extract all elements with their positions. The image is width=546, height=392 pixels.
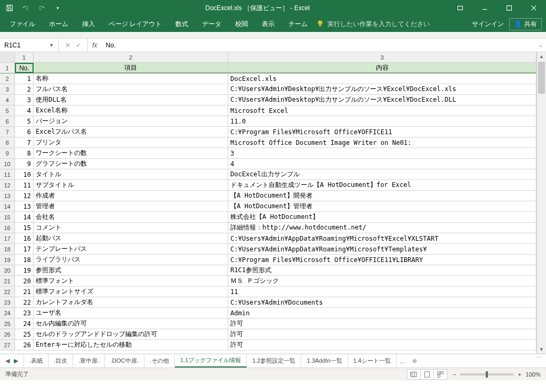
cell[interactable]: 11 — [15, 180, 34, 190]
cell[interactable]: 16 — [15, 233, 34, 243]
cell[interactable]: 12 — [15, 191, 34, 201]
cell[interactable]: 4 — [15, 105, 34, 116]
scroll-up-icon[interactable]: ▲ — [537, 52, 546, 61]
sheet-tab[interactable]: 1.4シート一覧 — [348, 354, 397, 368]
cell[interactable]: Microsoft Excel — [228, 105, 536, 116]
scroll-thumb[interactable] — [538, 62, 545, 94]
row-header[interactable]: 11 — [0, 169, 15, 179]
cell[interactable]: 17 — [15, 244, 34, 254]
sheet-tab[interactable]: 1.2参照設定一覧 — [247, 354, 301, 368]
cell[interactable]: 許可 — [228, 340, 536, 350]
sheet-tab[interactable]: .表紙 — [24, 354, 49, 368]
ribbon-tab[interactable]: 校閲 — [230, 17, 253, 32]
cell[interactable]: テンプレートパス — [34, 244, 228, 254]
cell[interactable]: 11 — [228, 287, 536, 297]
redo-icon[interactable] — [37, 4, 46, 12]
view-page-layout-icon[interactable] — [420, 369, 434, 380]
cell[interactable]: DocExcel出力サンプル — [228, 169, 536, 179]
row-header[interactable]: 1 — [0, 63, 15, 73]
new-sheet-icon[interactable]: ⊕ — [408, 354, 421, 368]
ribbon-tab[interactable]: ホーム — [44, 17, 74, 32]
cell[interactable]: 5 — [15, 116, 34, 126]
row-header[interactable]: 5 — [0, 105, 15, 116]
row-header[interactable]: 26 — [0, 329, 15, 339]
sheet-more[interactable]: ... — [397, 354, 408, 368]
expand-formula-icon[interactable]: ⌄ — [535, 38, 546, 52]
ribbon-tab[interactable]: チーム — [283, 17, 313, 32]
row-header[interactable]: 23 — [0, 297, 15, 307]
tell-me[interactable]: 実行したい作業を入力してください — [327, 20, 430, 29]
undo-icon[interactable] — [21, 4, 30, 12]
cell[interactable]: 【A HotDocument】開発者 — [228, 191, 536, 201]
cell[interactable]: Excel名称 — [34, 105, 228, 116]
zoom-in-icon[interactable]: + — [518, 371, 521, 378]
cell[interactable]: C:¥Program Files¥Microsoft Office¥OFFICE… — [228, 255, 536, 265]
cell[interactable]: 7 — [15, 137, 34, 148]
view-normal-icon[interactable] — [407, 369, 421, 380]
cell[interactable]: Enterキーに対応したセルの移動 — [34, 340, 228, 350]
row-header[interactable]: 3 — [0, 84, 15, 94]
cell[interactable]: 15 — [15, 223, 34, 233]
cell[interactable]: R1C1参照形式 — [228, 265, 536, 275]
cell[interactable]: 14 — [15, 212, 34, 222]
signin-link[interactable]: サインイン — [472, 20, 504, 29]
ribbon-tab[interactable]: 挿入 — [77, 17, 100, 32]
cell[interactable]: 使用DLL名 — [34, 95, 228, 105]
cell[interactable]: 参照形式 — [34, 265, 228, 275]
row-header[interactable]: 7 — [0, 127, 15, 137]
cell[interactable]: No. — [15, 63, 34, 73]
zoom-slider[interactable] — [460, 373, 513, 375]
cell[interactable]: 6 — [15, 127, 34, 137]
view-page-break-icon[interactable] — [433, 369, 447, 380]
cell[interactable]: C:¥Program Files¥Microsoft Office¥OFFICE… — [228, 127, 536, 137]
cell[interactable]: 9 — [15, 159, 34, 169]
cell[interactable]: セルのドラッグアンドドロップ編集の許可 — [34, 329, 228, 339]
cell[interactable]: ユーザ名 — [34, 308, 228, 318]
share-button[interactable]: 👤 共有 — [509, 18, 542, 30]
row-header[interactable]: 20 — [0, 265, 15, 275]
row-header[interactable]: 15 — [0, 212, 15, 222]
cell[interactable]: ドキュメント自動生成ツール【A HotDocument】for Excel — [228, 180, 536, 190]
cell[interactable]: 23 — [15, 308, 34, 318]
zoom-level[interactable]: 100% — [526, 371, 541, 378]
ribbon-display-icon[interactable] — [448, 0, 472, 16]
cell[interactable]: 3 — [15, 95, 34, 105]
scroll-down-icon[interactable]: ▼ — [537, 345, 546, 354]
cell[interactable]: 【A HotDocument】管理者 — [228, 201, 536, 211]
sheet-tab[interactable]: .章中扉. — [73, 354, 105, 368]
cell[interactable]: カレントフォルダ名 — [34, 297, 228, 307]
cell[interactable]: 4 — [228, 159, 536, 169]
row-header[interactable]: 10 — [0, 159, 15, 169]
cell[interactable]: 2 — [15, 84, 34, 94]
row-header[interactable]: 21 — [0, 276, 15, 286]
cancel-formula-icon[interactable]: ✕ — [65, 42, 70, 49]
row-header[interactable]: 27 — [0, 340, 15, 350]
cell[interactable]: コメント — [34, 223, 228, 233]
cell[interactable]: フルパス名 — [34, 84, 228, 94]
vertical-scrollbar[interactable]: ▲ ▼ — [536, 52, 546, 354]
cell[interactable]: 株式会社【A HotDocument】 — [228, 212, 536, 222]
row-header[interactable]: 4 — [0, 95, 15, 105]
cell[interactable]: C:¥Users¥Admin¥AppData¥Roaming¥Microsoft… — [228, 233, 536, 243]
ribbon-tab[interactable]: 表示 — [256, 17, 280, 32]
cell[interactable]: 24 — [15, 318, 34, 329]
fx-label[interactable]: fx — [88, 38, 101, 52]
ribbon-tab[interactable]: 数式 — [170, 17, 194, 32]
cell[interactable]: 20 — [15, 276, 34, 286]
row-header[interactable]: 12 — [0, 180, 15, 190]
row-header[interactable]: 19 — [0, 255, 15, 265]
cell[interactable]: 22 — [15, 297, 34, 307]
col-header[interactable]: 2 — [34, 52, 228, 62]
col-header[interactable]: 1 — [15, 52, 34, 62]
row-header[interactable]: 22 — [0, 287, 15, 297]
row-header[interactable]: 13 — [0, 191, 15, 201]
sheet-tab[interactable]: 1.3AddIn一覧 — [301, 354, 348, 368]
sheet-tab[interactable]: .目次 — [49, 354, 73, 368]
ribbon-tab[interactable]: データ — [197, 17, 227, 32]
cell[interactable]: Admin — [228, 308, 536, 318]
row-header[interactable]: 24 — [0, 308, 15, 318]
zoom-out-icon[interactable]: − — [453, 371, 456, 378]
row-header[interactable]: 14 — [0, 201, 15, 211]
sheet-tab[interactable]: .その他 — [144, 354, 175, 368]
sheet-tab[interactable]: 1.1ブックファイル情報 — [175, 354, 247, 368]
